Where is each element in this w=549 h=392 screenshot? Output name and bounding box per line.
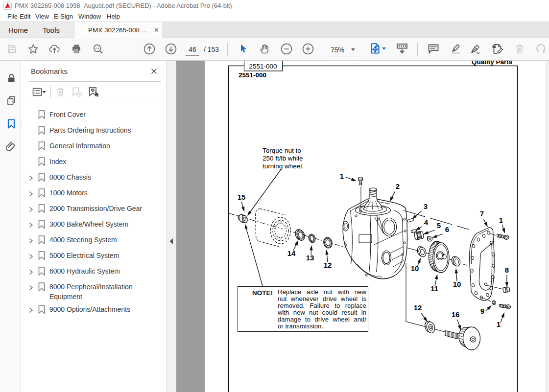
svg-text:12: 12 — [414, 303, 422, 312]
svg-text:1: 1 — [499, 216, 503, 224]
svg-text:5: 5 — [437, 221, 441, 230]
svg-text:14: 14 — [287, 249, 296, 257]
svg-text:turning wheel.: turning wheel. — [263, 162, 304, 170]
svg-text:9: 9 — [480, 307, 484, 315]
svg-text:250 ft/lb while: 250 ft/lb while — [263, 155, 303, 162]
svg-text:7: 7 — [480, 209, 484, 218]
svg-text:4: 4 — [424, 218, 429, 227]
svg-text:1: 1 — [340, 172, 344, 180]
svg-text:15: 15 — [238, 193, 246, 201]
svg-text:8: 8 — [505, 266, 509, 274]
svg-text:16: 16 — [452, 310, 460, 319]
svg-text:2: 2 — [396, 182, 400, 190]
svg-text:2551-000: 2551-000 — [249, 63, 277, 70]
svg-text:Torque nut to: Torque nut to — [263, 147, 301, 154]
svg-text:13: 13 — [306, 254, 314, 262]
svg-text:11: 11 — [430, 284, 438, 293]
svg-text:6: 6 — [445, 225, 449, 233]
svg-text:Quality Parts: Quality Parts — [472, 61, 512, 66]
svg-text:1: 1 — [497, 320, 501, 328]
svg-text:2551-000: 2551-000 — [239, 71, 266, 79]
svg-text:3: 3 — [424, 202, 428, 210]
